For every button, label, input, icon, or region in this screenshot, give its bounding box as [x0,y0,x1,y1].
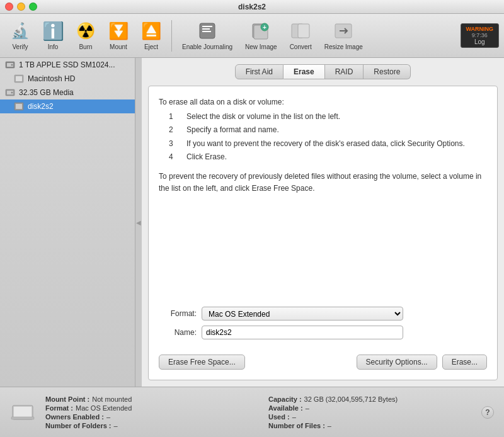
step-2-num: 2 [169,124,179,136]
eject-button[interactable]: ⏏️ Eject [136,18,166,53]
used-row: Used : – [268,413,471,421]
tab-raid[interactable]: RAID [325,64,364,79]
name-row: Name: [159,326,487,339]
svg-point-18 [11,92,13,94]
step-3: 3 If you want to prevent the recovery of… [169,138,487,150]
erase-free-space-button[interactable]: Erase Free Space... [159,355,245,370]
step-1: 1 Select the disk or volume in the list … [169,111,487,123]
verify-label: Verify [12,43,28,50]
tab-restore[interactable]: Restore [364,64,411,79]
convert-label: Convert [290,43,312,50]
capacity-row: Capacity : 32 GB (32,004,595,712 Bytes) [268,395,471,403]
resize-image-button[interactable]: Resize Image [319,18,368,53]
files-row: Number of Files : – [268,422,471,429]
vol-icon [14,74,24,84]
step-4-num: 4 [169,151,179,163]
name-input[interactable] [202,326,403,339]
svg-rect-23 [11,417,34,419]
erase-intro: To erase all data on a disk or volume: [159,96,487,108]
owners-enabled-key: Owners Enabled : [45,413,104,421]
eject-icon: ⏏️ [141,21,161,41]
mount-label: Mount [110,43,127,50]
info-button[interactable]: ℹ️ Info [38,18,68,53]
step-2-text: Specify a format and name. [186,124,279,136]
security-options-button[interactable]: Security Options... [357,355,437,370]
new-image-icon: + [251,21,271,41]
mount-point-row: Mount Point : Not mounted [45,395,248,403]
svg-rect-9 [298,24,309,38]
eject-label: Eject [144,43,158,50]
step-1-num: 1 [169,111,179,123]
verify-icon: 🔬 [10,21,30,41]
log-button[interactable]: WARNING 9:7:36 Log [461,23,500,48]
tab-erase[interactable]: Erase [284,64,325,79]
erase-instructions: To erase all data on a disk or volume: 1… [159,96,487,297]
svg-point-13 [11,64,13,66]
format-label: Format: [159,309,197,318]
svg-rect-1 [202,26,212,27]
sidebar-item-media[interactable]: 32.35 GB Media [0,86,135,99]
available-key: Available : [268,404,303,412]
name-label: Name: [159,328,197,337]
enable-journaling-label: Enable Journaling [182,43,232,50]
mount-point-val: Not mounted [92,395,132,403]
toolbar-divider [171,20,172,52]
maximize-button[interactable] [29,3,37,11]
erase-button[interactable]: Erase... [442,355,487,370]
convert-icon [290,21,311,41]
window-controls[interactable] [5,3,37,11]
sidebar-item-disk2s2[interactable]: disk2s2 [0,99,135,113]
verify-button[interactable]: 🔬 Verify [5,18,35,53]
status-bar: Mount Point : Not mounted Format : Mac O… [0,387,504,437]
enable-journaling-icon [197,21,217,41]
svg-rect-2 [202,28,210,30]
status-info: Mount Point : Not mounted Format : Mac O… [45,395,471,429]
tab-first-aid[interactable]: First Aid [235,64,284,79]
window-title: disk2s2 [238,3,266,11]
convert-button[interactable]: Convert [285,18,317,53]
step-4-text: Click Erase. [186,151,227,163]
mount-button[interactable]: ⏬ Mount [103,18,134,53]
available-val: – [306,404,309,412]
help-button[interactable]: ? [481,406,494,419]
files-key: Number of Files : [268,422,325,429]
sidebar-item-ssd[interactable]: 1 TB APPLE SSD SM1024... [0,58,135,72]
fields-section: Format: Mac OS Extended Mac OS Extended … [159,307,487,344]
step-2: 2 Specify a format and name. [169,124,487,136]
owners-enabled-row: Owners Enabled : – [45,413,248,421]
media-icon [5,88,15,98]
step-1-text: Select the disk or volume in the list on… [186,111,340,123]
format-select[interactable]: Mac OS Extended Mac OS Extended (Journal… [202,307,403,321]
step-list: 1 Select the disk or volume in the list … [169,111,487,163]
svg-rect-15 [16,76,22,81]
erase-footer: To prevent the recovery of previously de… [159,171,487,195]
svg-rect-20 [16,104,22,109]
log-time: 9:7:36 [472,32,488,38]
mount-point-key: Mount Point : [45,395,89,403]
format-row: Format : Mac OS Extended [45,404,248,412]
close-button[interactable] [5,3,13,11]
capacity-val: 32 GB (32,004,595,712 Bytes) [304,395,398,403]
sidebar-item-macintosh-hd[interactable]: Macintosh HD [0,72,135,86]
content-area: First Aid Erase RAID Restore To erase al… [142,58,504,387]
burn-button[interactable]: ☢️ Burn [71,18,101,53]
folders-val: – [114,422,118,429]
macintosh-hd-label: Macintosh HD [28,74,75,83]
info-icon: ℹ️ [43,21,63,41]
minimize-button[interactable] [17,3,25,11]
new-image-button[interactable]: + New Image [240,18,282,53]
burn-icon: ☢️ [76,21,96,41]
panel-buttons: Erase Free Space... Security Options... … [159,355,487,370]
resize-image-icon [333,21,353,41]
svg-rect-22 [14,407,32,418]
main-container: 1 TB APPLE SSD SM1024... Macintosh HD 32… [0,58,504,387]
svg-text:+: + [263,24,266,31]
resize-image-label: Resize Image [324,43,363,50]
format-key: Format : [45,404,73,412]
step-3-text: If you want to prevent the recovery of t… [186,138,465,150]
enable-journaling-button[interactable]: Enable Journaling [177,18,238,53]
collapse-handle[interactable]: ◀ [135,58,142,387]
toolbar: 🔬 Verify ℹ️ Info ☢️ Burn ⏬ Mount ⏏️ Ejec… [0,14,504,58]
new-image-label: New Image [245,43,277,50]
files-val: – [328,422,331,429]
